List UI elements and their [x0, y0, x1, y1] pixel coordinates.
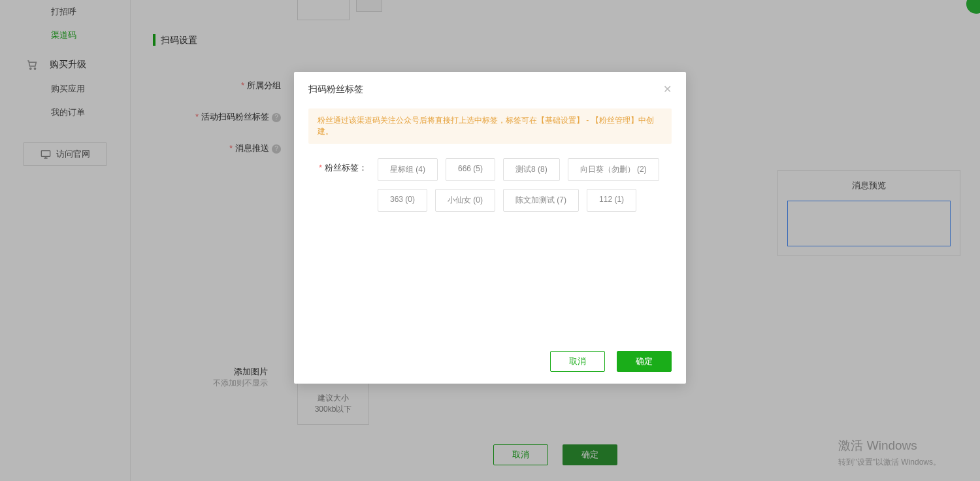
- tag-chip[interactable]: 小仙女 (0): [435, 189, 495, 212]
- modal-confirm-button[interactable]: 确定: [617, 351, 672, 372]
- tag-chip[interactable]: 666 (5): [446, 158, 495, 181]
- tag-field-label: *粉丝标签：: [308, 158, 367, 174]
- tag-chip[interactable]: 112 (1): [587, 189, 636, 212]
- close-icon[interactable]: ✕: [663, 84, 672, 95]
- tag-modal: 扫码粉丝标签 ✕ 粉丝通过该渠道码关注公众号后将直接打上选中标签，标签可在【基础…: [294, 72, 686, 384]
- modal-header: 扫码粉丝标签 ✕: [294, 72, 686, 102]
- modal-cancel-button[interactable]: 取消: [550, 351, 605, 372]
- tag-list: 星标组 (4) 666 (5) 测试8 (8) 向日葵（勿删） (2) 363 …: [378, 158, 672, 212]
- tag-chip[interactable]: 测试8 (8): [503, 158, 560, 181]
- tag-chip[interactable]: 星标组 (4): [378, 158, 438, 181]
- modal-body: 粉丝通过该渠道码关注公众号后将直接打上选中标签，标签可在【基础设置】 - 【粉丝…: [294, 102, 686, 342]
- tag-chip[interactable]: 陈文加测试 (7): [503, 189, 579, 212]
- tag-chip[interactable]: 363 (0): [378, 189, 427, 212]
- tag-chip[interactable]: 向日葵（勿删） (2): [568, 158, 659, 181]
- modal-tip: 粉丝通过该渠道码关注公众号后将直接打上选中标签，标签可在【基础设置】 - 【粉丝…: [308, 108, 672, 144]
- modal-footer: 取消 确定: [294, 342, 686, 384]
- modal-title: 扫码粉丝标签: [308, 84, 363, 95]
- required-mark: *: [319, 163, 322, 173]
